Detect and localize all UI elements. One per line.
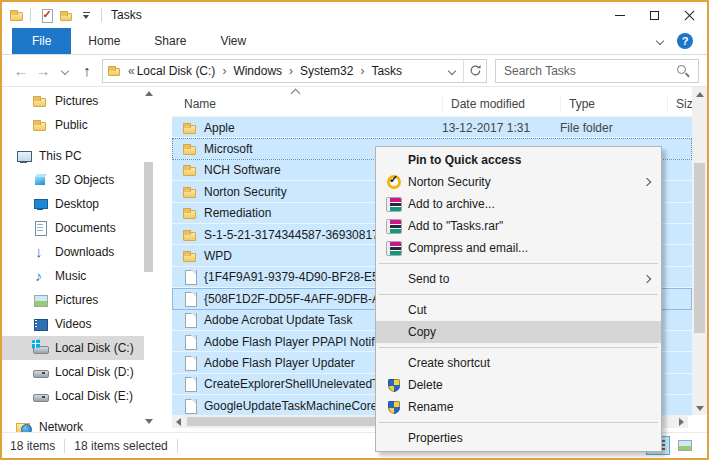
scroll-down-button[interactable] [142,415,155,428]
back-button[interactable]: ← [10,59,32,83]
sidebar-item[interactable]: Network [2,415,144,432]
sidebar-item-label: Public [55,118,88,132]
sidebar-item[interactable]: Music [2,264,144,288]
sidebar-item[interactable]: This PC [2,144,144,168]
scroll-down-button[interactable] [692,401,707,415]
sidebar-item[interactable]: Desktop [2,192,144,216]
scroll-up-button[interactable] [142,87,155,100]
context-menu-item-label: Cut [408,303,427,317]
context-menu-item[interactable]: Pin to Quick access [376,149,661,171]
sidebar-item-label: Documents [55,221,116,235]
context-menu-item[interactable]: Create shortcut [376,352,661,374]
menu-item-icon-slot [380,220,408,233]
qat-new-folder-button[interactable] [56,5,76,25]
context-menu-item[interactable]: Norton Security [376,171,661,193]
menu-item-icon [387,242,401,255]
context-menu-item[interactable]: Add to archive... [376,193,661,215]
sidebar-item[interactable]: Local Disk (D:) [2,360,144,384]
menu-item-icon [387,220,401,233]
context-menu-item[interactable]: Copy [376,321,661,343]
file-date-modified: 13-12-2017 1:31 [442,121,560,135]
sidebar-scrollbar[interactable] [142,87,155,432]
triangle-right-icon [679,418,684,426]
sidebar-item[interactable]: Public [2,113,144,137]
recent-locations-button[interactable] [54,59,76,83]
triangle-up-icon [145,91,153,96]
refresh-button[interactable] [464,60,486,82]
context-menu-item[interactable]: Cut [376,299,661,321]
context-menu-item-label: Norton Security [408,175,491,189]
scroll-right-button[interactable] [675,415,688,428]
scroll-left-button[interactable] [172,415,185,428]
context-menu-item-label: Pin to Quick access [408,153,521,167]
search-input[interactable]: Search Tasks [495,59,699,83]
menu-separator [379,347,658,348]
chevron-down-icon [448,66,456,74]
maximize-button[interactable] [637,2,672,28]
ribbon-tab[interactable]: Share [137,28,203,54]
scroll-up-button[interactable] [692,87,707,101]
ribbon-tab[interactable]: File [12,28,71,54]
file-name: Adobe Flash Player Updater [204,356,355,370]
sidebar-item[interactable]: Local Disk (E:) [2,384,144,408]
context-menu-item-label: Compress and email... [408,241,528,255]
vertical-scrollbar[interactable] [692,87,707,432]
context-menu-item-label: Rename [408,400,453,414]
menu-separator [379,263,658,264]
context-menu-item[interactable]: Delete [376,374,661,396]
up-button[interactable]: ↑ [76,59,98,83]
triangle-up-icon [696,92,704,97]
address-dropdown-button[interactable] [441,60,463,82]
sidebar-item[interactable]: Pictures [2,288,144,312]
qat-properties-button[interactable] [36,5,56,25]
forward-button[interactable]: → [32,59,54,83]
sidebar-item-icon [32,364,48,380]
sidebar-item[interactable]: Documents [2,216,144,240]
sidebar-item[interactable]: Videos [2,312,144,336]
column-header-date-modified[interactable]: Date modified [442,97,560,111]
close-button[interactable] [672,2,707,28]
column-header-type[interactable]: Type [560,97,667,111]
file-type-icon [182,162,198,178]
context-menu-item[interactable]: Compress and email... [376,237,661,259]
thumbnails-view-button[interactable] [673,436,697,455]
minimize-button[interactable] [602,2,637,28]
file-name: {508F1D2F-DD5F-4AFF-9DFB-A39 [204,292,393,306]
sidebar-item[interactable]: 3D Objects [2,168,144,192]
breadcrumb-segment[interactable]: Windows [233,64,282,78]
breadcrumb-segment[interactable]: Local Disk (C:) [137,64,216,78]
column-header-size[interactable]: Size [667,97,692,111]
context-menu-item[interactable]: Add to "Tasks.rar" [376,215,661,237]
file-type-icon [182,120,198,136]
collapse-ribbon-chevron-icon[interactable] [656,37,664,45]
chevron-down-icon [61,66,69,74]
sidebar-item-label: Network [39,420,83,432]
scrollbar-thumb[interactable] [144,162,153,272]
selected-count: 18 items selected [74,439,167,453]
table-row[interactable]: Apple 13-12-2017 1:31 File folder [172,117,692,138]
thumbnails-view-icon [678,440,692,451]
breadcrumb-collapsed-icon[interactable]: « [126,64,137,78]
help-button[interactable]: ? [677,33,693,49]
ribbon-tab[interactable]: View [203,28,263,54]
window-controls [602,2,707,28]
submenu-arrow-icon [643,275,651,283]
scrollbar-thumb[interactable] [694,163,705,333]
sidebar-item-label: Local Disk (C:) [55,341,134,355]
context-menu-item[interactable]: Send to [376,268,661,290]
refresh-icon [469,64,482,77]
breadcrumb-separator: › [353,64,371,78]
breadcrumb-segment[interactable]: Tasks [371,64,402,78]
sidebar-item[interactable]: Local Disk (C:) [2,336,144,360]
column-header-name[interactable]: Name [182,97,442,111]
sidebar-item[interactable]: Pictures [2,89,144,113]
breadcrumb-segment[interactable]: System32 [300,64,353,78]
ribbon-tab[interactable]: Home [71,28,137,54]
qat-customize-button[interactable] [76,5,96,25]
file-name: Remediation [204,206,271,220]
address-bar[interactable]: « Local Disk (C:) › Windows [102,59,487,83]
sidebar-item[interactable]: Downloads [2,240,144,264]
context-menu-item[interactable]: Rename [376,396,661,418]
context-menu-item[interactable]: Properties [376,427,661,449]
triangle-left-icon [176,418,181,426]
